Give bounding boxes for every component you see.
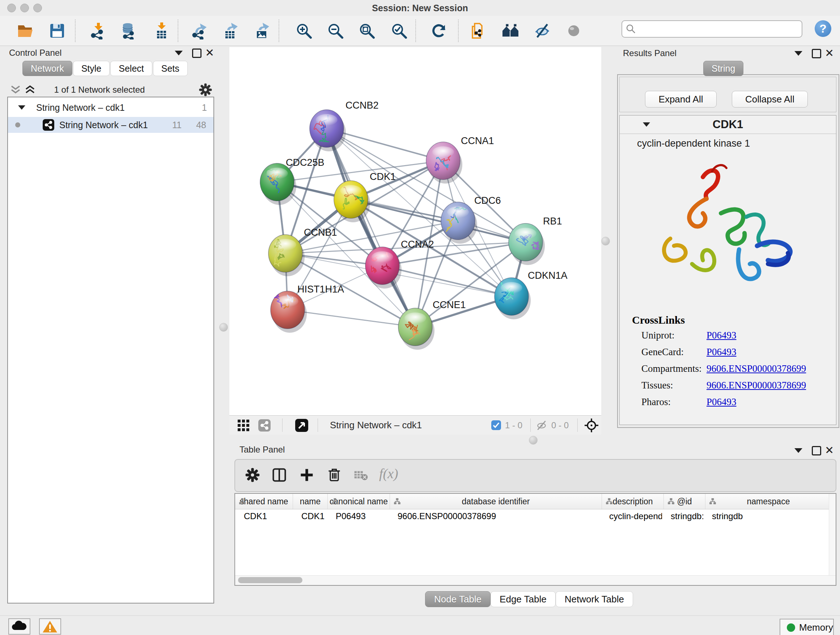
save-session-icon[interactable] (49, 22, 66, 40)
tree-collapse-caret-icon[interactable] (18, 105, 25, 110)
node-CCNE1[interactable]: CCNE1 (398, 299, 466, 350)
network-canvas[interactable]: CCNB2CCNA1CDC25BCDK1CDC6RB1CCNB1CCNA2CDK… (229, 47, 601, 415)
network-tree-child-row[interactable]: String Network – cdk1 11 48 (8, 117, 213, 133)
show-graphics-details-icon[interactable] (565, 22, 583, 40)
node-label-RB1: RB1 (543, 216, 562, 226)
memory-button[interactable]: Memory (780, 619, 834, 635)
tab-network-table[interactable]: Network Table (556, 591, 633, 607)
network-graph[interactable]: CCNB2CCNA1CDC25BCDK1CDC6RB1CCNB1CCNA2CDK… (229, 47, 601, 415)
import-table-file-icon[interactable] (153, 22, 170, 40)
table-cell[interactable]: cyclin-dependent ... (600, 509, 662, 524)
column-header--id[interactable]: @id (664, 494, 706, 509)
edge-HIST1H1A-CCNE1[interactable] (287, 310, 415, 327)
column-header-name[interactable]: name (293, 494, 328, 509)
left-splitter-handle[interactable] (219, 323, 228, 332)
column-header-shared-name[interactable]: shared name (235, 494, 293, 509)
tab-node-table[interactable]: Node Table (425, 591, 491, 607)
node-CCNB2[interactable]: CCNB2 (309, 100, 379, 151)
show-columns-icon[interactable] (271, 467, 287, 483)
table-panel-maximize-button[interactable] (812, 446, 821, 455)
birds-eye-view-icon[interactable] (295, 419, 308, 432)
table-cell[interactable]: CDK1 (293, 509, 327, 524)
search-input[interactable] (639, 22, 797, 35)
collapse-all-chevron-icon[interactable] (10, 85, 21, 95)
node-HIST1H1A[interactable]: HIST1H1A (271, 284, 344, 333)
import-network-file-icon[interactable] (89, 22, 107, 40)
zoom-out-icon[interactable] (327, 22, 344, 40)
tab-network[interactable]: Network (22, 61, 73, 76)
table-data-row[interactable]: CDK1CDK1P064939606.ENSP00000378699cyclin… (235, 509, 836, 524)
network-tree-root-row[interactable]: String Network – cdk1 1 (8, 100, 213, 115)
scrollbar-thumb[interactable] (238, 577, 302, 583)
tab-string[interactable]: String (703, 61, 744, 76)
import-network-database-icon[interactable] (120, 22, 137, 40)
zoom-fit-content-icon[interactable] (358, 22, 376, 40)
node-CDC25B[interactable]: CDC25B (260, 157, 325, 205)
export-network-icon[interactable] (191, 22, 208, 40)
horizontal-scrollbar[interactable] (235, 575, 836, 585)
column-header-namespace[interactable]: namespace (706, 494, 832, 509)
table-cell[interactable]: 9606.ENSP00000378699 (389, 509, 600, 524)
table-panel-close-button[interactable]: ✕ (825, 446, 834, 455)
grid-view-icon[interactable] (237, 419, 249, 432)
column-header-database-identifier[interactable]: database identifier (390, 494, 602, 509)
expand-all-chevron-icon[interactable] (25, 85, 35, 95)
collapse-all-button[interactable]: Collapse All (732, 91, 808, 108)
tab-style[interactable]: Style (73, 61, 110, 76)
control-panel-maximize-button[interactable] (192, 49, 202, 58)
crosslink-value-link[interactable]: P06493 (706, 347, 737, 358)
column-header-description[interactable]: description (602, 494, 664, 509)
crosslink-value-link[interactable]: 9606.ENSP00000378699 (706, 363, 806, 374)
fit-selected-crosshair-icon[interactable] (584, 418, 599, 433)
hide-graphics-details-icon[interactable] (534, 22, 551, 40)
table-cell[interactable]: stringdb:9... (662, 509, 703, 524)
edge-CCNB2-CCNE1[interactable] (327, 128, 415, 327)
warnings-button[interactable] (39, 618, 61, 635)
open-session-icon[interactable] (17, 22, 34, 40)
node-CDKN1A[interactable]: CDKN1A (494, 270, 568, 319)
control-panel-float-button[interactable] (175, 51, 184, 60)
refresh-view-icon[interactable] (430, 22, 447, 40)
export-table-icon[interactable] (222, 22, 239, 40)
tab-edge-table[interactable]: Edge Table (491, 591, 556, 607)
duplicate-network-icon[interactable] (470, 22, 487, 40)
results-panel-float-button[interactable] (794, 51, 804, 60)
selected-nodes-checkbox[interactable] (491, 420, 501, 430)
bottom-splitter-handle[interactable] (529, 436, 538, 445)
network-options-gear-icon[interactable] (198, 82, 213, 97)
node-gloss (340, 185, 362, 196)
table-cell[interactable]: P06493 (327, 509, 389, 524)
table-options-gear-icon[interactable] (245, 467, 261, 483)
entry-collapse-caret-icon[interactable] (643, 122, 650, 127)
delete-column-trash-icon[interactable] (326, 467, 342, 483)
tab-sets[interactable]: Sets (153, 61, 188, 76)
results-panel-close-button[interactable]: ✕ (825, 49, 834, 58)
control-panel-close-button[interactable]: ✕ (205, 49, 215, 58)
crosslink-value-link[interactable]: P06493 (706, 396, 737, 408)
table-panel-float-button[interactable] (794, 448, 804, 458)
cloud-status-button[interactable] (8, 618, 30, 635)
network-share-view-icon[interactable] (258, 419, 271, 432)
zoom-in-icon[interactable] (295, 22, 313, 40)
crosslink-value-link[interactable]: 9606.ENSP00000378699 (706, 380, 806, 391)
node-CDC6[interactable]: CDC6 (441, 195, 501, 244)
right-splitter-handle[interactable] (601, 237, 610, 245)
column-header-canonical-name[interactable]: canonical name (328, 494, 390, 509)
zoom-selected-icon[interactable] (390, 22, 408, 40)
edge-CCNA2-CDKN1A[interactable] (382, 266, 512, 296)
export-image-icon[interactable] (253, 22, 271, 40)
expand-all-button[interactable]: Expand All (645, 91, 717, 108)
table-cell[interactable]: CDK1 (235, 509, 293, 524)
node-RB1[interactable]: RB1 (508, 216, 562, 265)
help-button[interactable]: ? (815, 20, 831, 37)
vertical-scrollbar[interactable] (829, 494, 836, 585)
node-label-CCNA2: CCNA2 (401, 239, 434, 250)
node-CCNA1[interactable]: CCNA1 (426, 135, 494, 184)
results-panel-maximize-button[interactable] (812, 49, 821, 58)
crosslink-value-link[interactable]: P06493 (706, 330, 737, 341)
tab-select[interactable]: Select (111, 61, 152, 76)
create-column-plus-icon[interactable] (299, 467, 315, 483)
home-panels-icon[interactable] (502, 22, 519, 40)
entry-header[interactable]: CDK1 (620, 116, 836, 134)
table-cell[interactable]: stringdb (703, 509, 829, 524)
